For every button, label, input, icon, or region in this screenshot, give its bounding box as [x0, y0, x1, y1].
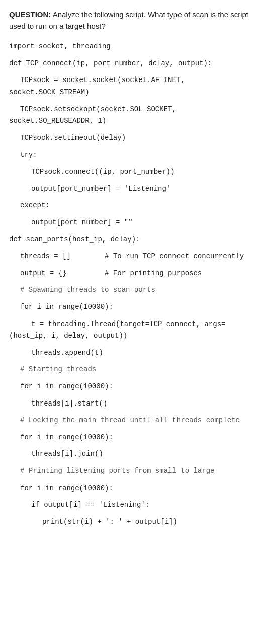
code-line: TCPsock.connect((ip, port_number)) [9, 166, 256, 178]
code-line: threads[i].join() [9, 448, 256, 460]
code-line: (host_ip, i, delay, output)) [9, 330, 256, 342]
code-line [9, 511, 256, 516]
code-line: # Printing listening ports from small to… [9, 465, 256, 477]
code-line [9, 393, 256, 398]
question-block: QUESTION: Analyze the following script. … [9, 9, 256, 32]
code-line [9, 127, 256, 132]
code-line [9, 494, 256, 499]
code-line [9, 359, 256, 364]
code-line: TCPsock = socket.socket(socket.AF_INET, [9, 74, 256, 87]
code-line: output[port_number] = "" [9, 217, 256, 229]
code-line: threads = [] # To run TCP_connect concur… [9, 251, 256, 263]
code-line: threads.append(t) [9, 347, 256, 359]
code-line: t = threading.Thread(target=TCP_connect,… [9, 318, 256, 331]
code-line [9, 161, 256, 166]
code-line: try: [9, 149, 256, 162]
code-line: import socket, threading [9, 41, 256, 53]
code-line [9, 376, 256, 381]
code-line [9, 342, 256, 347]
code-line [9, 246, 256, 251]
code-line [9, 53, 256, 58]
code-line: TCPsock.settimeout(delay) [9, 132, 256, 144]
code-line [9, 99, 256, 104]
code-block: import socket, threading def TCP_connect… [9, 41, 256, 528]
code-line: for i in range(10000): [9, 381, 256, 393]
code-line: for i in range(10000): [9, 432, 256, 444]
code-line: output[port_number] = 'Listening' [9, 183, 256, 195]
code-line: for i in range(10000): [9, 301, 256, 313]
code-line [9, 280, 256, 285]
code-line: socket.SOCK_STREAM) [9, 87, 256, 99]
code-line: except: [9, 200, 256, 212]
code-line [9, 296, 256, 301]
code-line [9, 178, 256, 183]
code-line: def TCP_connect(ip, port_number, delay, … [9, 58, 256, 70]
code-line: for i in range(10000): [9, 482, 256, 495]
code-line: # Starting threads [9, 364, 256, 376]
code-line: output = {} # For printing purposes [9, 268, 256, 280]
code-line: print(str(i) + ': ' + output[i]) [9, 516, 256, 528]
code-line [9, 410, 256, 415]
code-line [9, 460, 256, 465]
code-line [9, 195, 256, 200]
question-label: QUESTION: [9, 10, 51, 19]
code-line: def scan_ports(host_ip, delay): [9, 234, 256, 246]
code-line [9, 144, 256, 149]
code-line [9, 427, 256, 432]
code-line: # Locking the main thread until all thre… [9, 415, 256, 427]
code-line [9, 69, 256, 74]
code-line [9, 444, 256, 449]
code-line [9, 477, 256, 482]
code-line [9, 313, 256, 318]
code-line [9, 263, 256, 268]
code-line: threads[i].start() [9, 398, 256, 410]
code-line: if output[i] == 'Listening': [9, 499, 256, 511]
code-line [9, 229, 256, 234]
code-line: socket.SO_REUSEADDR, 1) [9, 115, 256, 127]
code-line: TCPsock.setsockopt(socket.SOL_SOCKET, [9, 104, 256, 116]
code-line [9, 212, 256, 217]
code-line: # Spawning threads to scan ports [9, 284, 256, 296]
